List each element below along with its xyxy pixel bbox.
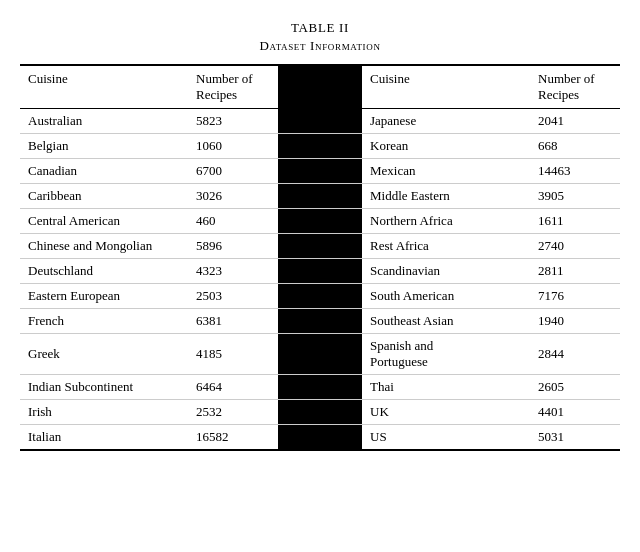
recipes-2-cell: 14463 [530,159,620,184]
table-row: Italian16582US5031 [20,425,620,451]
recipes-1-cell: 16582 [188,425,278,451]
table-row: French6381Southeast Asian1940 [20,309,620,334]
row-divider [278,259,362,284]
cuisine-1-cell: Irish [20,400,188,425]
cuisine-2-cell: Southeast Asian [362,309,530,334]
recipes-2-cell: 4401 [530,400,620,425]
recipes-1-cell: 6464 [188,375,278,400]
row-divider [278,184,362,209]
cuisine-2-cell: Northern Africa [362,209,530,234]
table-row: Belgian1060Korean668 [20,134,620,159]
recipes-1-cell: 1060 [188,134,278,159]
table-row: Indian Subcontinent6464Thai2605 [20,375,620,400]
cuisine-1-cell: Australian [20,109,188,134]
row-divider [278,334,362,375]
header-recipes-2: Number ofRecipes [530,65,620,109]
recipes-1-cell: 460 [188,209,278,234]
recipes-1-cell: 4323 [188,259,278,284]
recipes-1-cell: 4185 [188,334,278,375]
table-row: Irish2532UK4401 [20,400,620,425]
recipes-1-cell: 5896 [188,234,278,259]
table-title: TABLE II [20,20,620,36]
table-row: Caribbean3026Middle Eastern3905 [20,184,620,209]
recipes-2-cell: 3905 [530,184,620,209]
recipes-1-cell: 6700 [188,159,278,184]
table-row: Australian5823Japanese2041 [20,109,620,134]
recipes-2-cell: 5031 [530,425,620,451]
cuisine-1-cell: Eastern European [20,284,188,309]
cuisine-2-cell: Korean [362,134,530,159]
row-divider [278,309,362,334]
main-container: TABLE II Dataset Information Cuisine Num… [20,20,620,451]
row-divider [278,109,362,134]
cuisine-1-cell: Belgian [20,134,188,159]
cuisine-1-cell: Canadian [20,159,188,184]
table-row: Deutschland4323Scandinavian2811 [20,259,620,284]
cuisine-2-cell: Japanese [362,109,530,134]
cuisine-1-cell: Greek [20,334,188,375]
recipes-2-cell: 2041 [530,109,620,134]
table-row: Central American460Northern Africa1611 [20,209,620,234]
cuisine-1-cell: Chinese and Mongolian [20,234,188,259]
recipes-1-cell: 3026 [188,184,278,209]
row-divider [278,425,362,451]
recipes-1-cell: 2532 [188,400,278,425]
cuisine-2-cell: Middle Eastern [362,184,530,209]
table-row: Chinese and Mongolian5896Rest Africa2740 [20,234,620,259]
recipes-1-cell: 6381 [188,309,278,334]
recipes-1-cell: 5823 [188,109,278,134]
cuisine-2-cell: UK [362,400,530,425]
recipes-2-cell: 7176 [530,284,620,309]
row-divider [278,134,362,159]
col-divider [278,65,362,109]
dataset-table: Cuisine Number ofRecipes Cuisine Number … [20,64,620,451]
recipes-2-cell: 1940 [530,309,620,334]
cuisine-2-cell: US [362,425,530,451]
recipes-1-cell: 2503 [188,284,278,309]
recipes-2-cell: 2605 [530,375,620,400]
table-row: Canadian6700Mexican14463 [20,159,620,184]
row-divider [278,209,362,234]
cuisine-2-cell: Scandinavian [362,259,530,284]
table-row: Eastern European2503South American7176 [20,284,620,309]
recipes-2-cell: 668 [530,134,620,159]
recipes-2-cell: 1611 [530,209,620,234]
cuisine-1-cell: French [20,309,188,334]
row-divider [278,234,362,259]
row-divider [278,375,362,400]
cuisine-2-cell: Mexican [362,159,530,184]
cuisine-2-cell: Spanish andPortuguese [362,334,530,375]
cuisine-1-cell: Central American [20,209,188,234]
cuisine-2-cell: Rest Africa [362,234,530,259]
row-divider [278,159,362,184]
cuisine-1-cell: Italian [20,425,188,451]
cuisine-1-cell: Caribbean [20,184,188,209]
cuisine-1-cell: Deutschland [20,259,188,284]
row-divider [278,400,362,425]
row-divider [278,284,362,309]
recipes-2-cell: 2844 [530,334,620,375]
table-subtitle: Dataset Information [20,38,620,54]
recipes-2-cell: 2811 [530,259,620,284]
header-cuisine-2: Cuisine [362,65,530,109]
table-row: Greek4185Spanish andPortuguese2844 [20,334,620,375]
cuisine-1-cell: Indian Subcontinent [20,375,188,400]
recipes-2-cell: 2740 [530,234,620,259]
cuisine-2-cell: South American [362,284,530,309]
header-cuisine-1: Cuisine [20,65,188,109]
header-recipes-1: Number ofRecipes [188,65,278,109]
cuisine-2-cell: Thai [362,375,530,400]
